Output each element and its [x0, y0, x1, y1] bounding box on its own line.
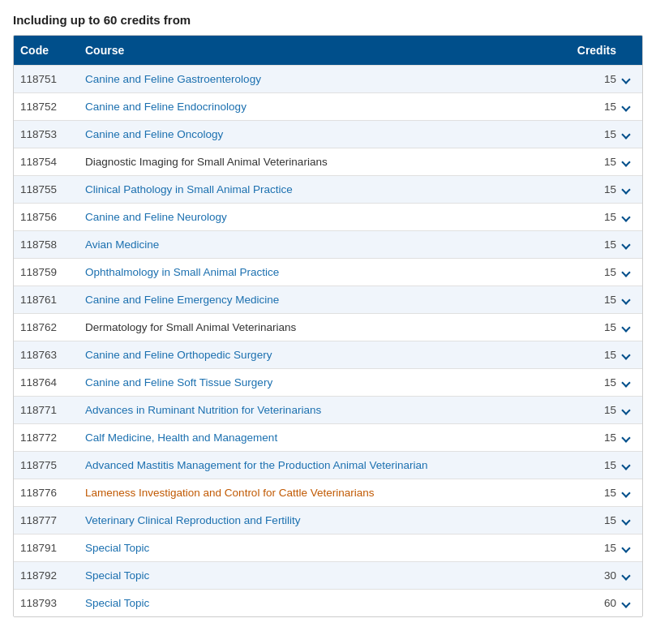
table-row: 118758Avian Medicine15 [14, 230, 642, 258]
table-body: 118751Canine and Feline Gastroenterology… [14, 65, 642, 616]
row-credits: 15 [560, 321, 616, 333]
row-code: 118759 [20, 266, 85, 278]
row-code: 118775 [20, 459, 85, 471]
row-credits: 15 [560, 459, 616, 471]
row-course[interactable]: Canine and Feline Gastroenterology [85, 73, 560, 85]
row-code: 118792 [20, 569, 85, 582]
chevron-icon[interactable] [616, 462, 636, 469]
section-title: Including up to 60 credits from [13, 13, 643, 27]
row-code: 118753 [20, 128, 85, 140]
chevron-icon[interactable] [616, 76, 636, 83]
chevron-icon[interactable] [616, 269, 636, 276]
row-credits: 15 [560, 404, 616, 416]
row-code: 118771 [20, 404, 85, 416]
table-row: 118754Diagnostic Imaging for Small Anima… [14, 148, 642, 175]
chevron-icon[interactable] [616, 159, 636, 165]
row-credits: 15 [560, 431, 616, 444]
row-credits: 15 [560, 128, 616, 140]
row-course[interactable]: Canine and Feline Oncology [85, 128, 560, 140]
table-row: 118775Advanced Mastitis Management for t… [14, 451, 642, 479]
row-credits: 15 [560, 73, 616, 85]
row-course[interactable]: Calf Medicine, Health and Management [85, 431, 560, 444]
row-credits: 15 [560, 266, 616, 278]
row-credits: 15 [560, 376, 616, 389]
chevron-icon[interactable] [616, 490, 636, 496]
table-row: 118793Special Topic60 [14, 589, 642, 616]
row-course[interactable]: Ophthalmology in Small Animal Practice [85, 266, 560, 278]
chevron-icon[interactable] [616, 352, 636, 358]
chevron-icon[interactable] [616, 573, 636, 579]
table-row: 118792Special Topic30 [14, 561, 642, 589]
chevron-icon[interactable] [616, 545, 636, 552]
row-code: 118776 [20, 487, 85, 499]
table-row: 118764Canine and Feline Soft Tissue Surg… [14, 368, 642, 396]
row-course[interactable]: Special Topic [85, 542, 560, 554]
row-course[interactable]: Advanced Mastitis Management for the Pro… [85, 459, 560, 471]
row-code: 118791 [20, 542, 85, 554]
table-row: 118751Canine and Feline Gastroenterology… [14, 65, 642, 92]
chevron-icon[interactable] [616, 407, 636, 414]
table-row: 118777Veterinary Clinical Reproduction a… [14, 506, 642, 534]
table-row: 118763Canine and Feline Orthopedic Surge… [14, 341, 642, 368]
row-credits: 15 [560, 349, 616, 361]
row-course[interactable]: Canine and Feline Soft Tissue Surgery [85, 376, 560, 389]
row-course[interactable]: Canine and Feline Emergency Medicine [85, 294, 560, 306]
header-credits: Credits [560, 44, 616, 57]
table-row: 118752Canine and Feline Endocrinology15 [14, 92, 642, 120]
table-row: 118772Calf Medicine, Health and Manageme… [14, 423, 642, 451]
row-code: 118752 [20, 101, 85, 113]
header-code: Code [20, 44, 85, 57]
row-code: 118755 [20, 183, 85, 195]
row-course[interactable]: Clinical Pathology in Small Animal Pract… [85, 183, 560, 195]
chevron-icon[interactable] [616, 214, 636, 221]
row-code: 118772 [20, 431, 85, 444]
chevron-icon[interactable] [616, 380, 636, 386]
row-code: 118754 [20, 156, 85, 168]
row-credits: 15 [560, 183, 616, 195]
chevron-icon[interactable] [616, 297, 636, 303]
row-course[interactable]: Canine and Feline Neurology [85, 211, 560, 223]
row-credits: 15 [560, 487, 616, 499]
chevron-icon[interactable] [616, 104, 636, 110]
table-row: 118791Special Topic15 [14, 534, 642, 561]
chevron-icon[interactable] [616, 324, 636, 331]
chevron-icon[interactable] [616, 517, 636, 524]
chevron-icon[interactable] [616, 131, 636, 138]
row-code: 118756 [20, 211, 85, 223]
row-course[interactable]: Canine and Feline Orthopedic Surgery [85, 349, 560, 361]
row-credits: 15 [560, 211, 616, 223]
row-course[interactable]: Special Topic [85, 597, 560, 609]
table-row: 118759Ophthalmology in Small Animal Prac… [14, 258, 642, 286]
row-course[interactable]: Special Topic [85, 569, 560, 582]
table-row: 118753Canine and Feline Oncology15 [14, 120, 642, 148]
row-code: 118758 [20, 238, 85, 251]
table-row: 118756Canine and Feline Neurology15 [14, 203, 642, 230]
header-course: Course [85, 44, 560, 57]
row-credits: 15 [560, 238, 616, 251]
row-code: 118793 [20, 597, 85, 609]
row-course[interactable]: Lameness Investigation and Control for C… [85, 487, 560, 499]
table-row: 118761Canine and Feline Emergency Medici… [14, 286, 642, 313]
chevron-icon[interactable] [616, 600, 636, 607]
row-credits: 30 [560, 569, 616, 582]
row-credits: 15 [560, 101, 616, 113]
row-course[interactable]: Canine and Feline Endocrinology [85, 101, 560, 113]
row-course: Diagnostic Imaging for Small Animal Vete… [85, 156, 560, 168]
row-code: 118763 [20, 349, 85, 361]
chevron-icon[interactable] [616, 242, 636, 248]
row-credits: 60 [560, 597, 616, 609]
row-credits: 15 [560, 156, 616, 168]
row-code: 118761 [20, 294, 85, 306]
page-container: Including up to 60 credits from Code Cou… [0, 0, 656, 630]
row-course[interactable]: Avian Medicine [85, 238, 560, 251]
row-credits: 15 [560, 294, 616, 306]
chevron-icon[interactable] [616, 187, 636, 193]
table-row: 118755Clinical Pathology in Small Animal… [14, 175, 642, 203]
row-course[interactable]: Advances in Ruminant Nutrition for Veter… [85, 404, 560, 416]
row-code: 118777 [20, 514, 85, 526]
row-code: 118751 [20, 73, 85, 85]
chevron-icon[interactable] [616, 435, 636, 441]
table-row: 118776Lameness Investigation and Control… [14, 479, 642, 506]
row-code: 118764 [20, 376, 85, 389]
row-course[interactable]: Veterinary Clinical Reproduction and Fer… [85, 514, 560, 526]
